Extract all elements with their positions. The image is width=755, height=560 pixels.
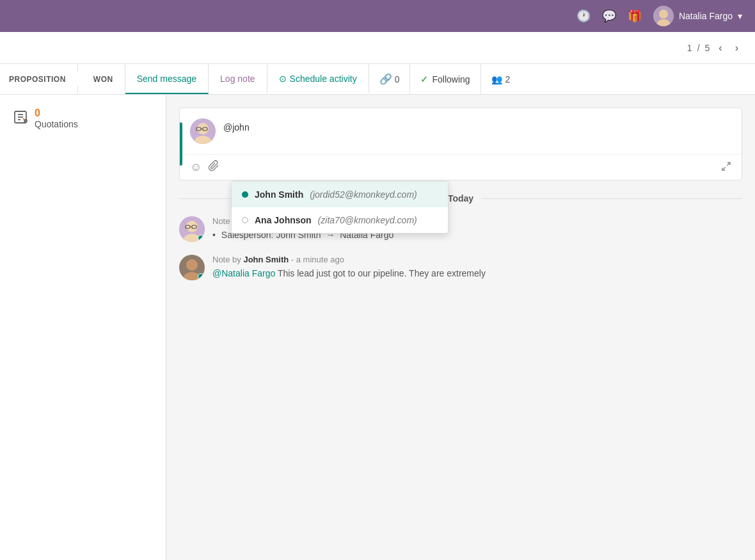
avatar	[653, 6, 674, 26]
bullet-icon: •	[212, 230, 216, 240]
composer-toolbar: ☺	[180, 154, 742, 180]
mention-name: John Smith	[255, 189, 303, 200]
online-indicator	[198, 273, 204, 280]
followers-icon: 👥	[491, 74, 502, 84]
svg-point-1	[659, 10, 668, 19]
emoji-button[interactable]: ☺	[190, 161, 202, 174]
stage-bar: PROPOSITION WON Send message Log note ⊙ …	[0, 64, 755, 95]
left-sidebar: 0 Quotations	[0, 95, 166, 560]
expand-button[interactable]	[721, 161, 731, 174]
message-avatar	[179, 255, 205, 280]
tab-schedule-activity[interactable]: ⊙ Schedule activity	[267, 64, 369, 94]
user-name: Natalia Fargo	[679, 11, 733, 21]
quotations-icon	[13, 109, 28, 128]
page-current: 1	[687, 43, 692, 53]
svg-point-7	[24, 120, 27, 122]
paperclip-icon: 🔗	[379, 73, 392, 85]
mention-name: Ana Johnson	[255, 215, 312, 225]
composer-accent-bar	[180, 122, 182, 165]
following-tab[interactable]: ✓ Following	[410, 64, 481, 94]
main-layout: 0 Quotations	[0, 95, 755, 560]
mention-item[interactable]: John Smith (jordid52@kmonkeyd.com)	[232, 182, 448, 207]
next-page-button[interactable]: ›	[731, 42, 742, 54]
dropdown-icon: ▾	[738, 11, 742, 21]
prev-page-button[interactable]: ‹	[715, 42, 726, 54]
composer-body	[223, 118, 731, 144]
message-item: Note by John Smith - a minute ago @Natal…	[179, 255, 742, 280]
topbar: 🕐 💬 🎁 Natalia Fargo ▾	[0, 0, 755, 32]
message-body: Note by John Smith - a minute ago @Natal…	[212, 255, 742, 280]
gift-icon[interactable]: 🎁	[628, 9, 642, 23]
message-author: John Smith	[243, 255, 289, 264]
mention-status-dot	[242, 191, 248, 198]
chat-icon[interactable]: 💬	[602, 9, 616, 23]
composer-avatar	[190, 118, 216, 144]
mention-email: (jordid52@kmonkeyd.com)	[310, 189, 417, 200]
separator-line-right	[481, 198, 742, 199]
secondary-bar: 1 / 5 ‹ ›	[0, 32, 755, 64]
following-label: Following	[432, 74, 470, 84]
composer-inner	[180, 108, 742, 154]
svg-line-15	[722, 167, 726, 170]
page-separator: /	[697, 43, 700, 53]
mention-status-dot	[242, 217, 248, 223]
user-menu[interactable]: Natalia Fargo ▾	[653, 6, 742, 26]
svg-line-14	[727, 163, 730, 166]
message-avatar	[179, 216, 205, 242]
today-label: Today	[448, 193, 473, 204]
page-total: 5	[705, 43, 710, 53]
mention-item[interactable]: Ana Johnson (zita70@kmonkeyd.com)	[232, 207, 448, 233]
attach-button[interactable]	[208, 160, 219, 175]
quotations-count: 0	[35, 108, 78, 119]
followers-tab[interactable]: 👥 2	[481, 64, 521, 94]
mention-dropdown: John Smith (jordid52@kmonkeyd.com) Ana J…	[231, 181, 449, 234]
online-indicator	[198, 235, 204, 241]
action-tabs: Send message Log note ⊙ Schedule activit…	[125, 64, 755, 94]
schedule-icon: ⊙	[279, 74, 287, 84]
following-check: ✓	[420, 74, 428, 84]
stage-won[interactable]: WON	[78, 64, 125, 94]
message-time: a minute ago	[296, 255, 344, 264]
message-input[interactable]	[223, 118, 731, 136]
message-content: @Natalia Fargo This lead just got to our…	[212, 267, 742, 280]
quotations-label: Quotations	[35, 119, 78, 129]
stage-proposition[interactable]: PROPOSITION	[0, 64, 78, 94]
tab-send-message[interactable]: Send message	[125, 64, 209, 94]
message-header: Note by John Smith - a minute ago	[212, 255, 742, 264]
mention-link: @Natalia Fargo	[212, 268, 275, 278]
quotations-box[interactable]: 0 Quotations	[13, 108, 153, 129]
pagination: 1 / 5 ‹ ›	[687, 42, 742, 54]
message-composer: ☺ J	[179, 108, 742, 180]
mention-email: (zita70@kmonkeyd.com)	[318, 215, 417, 225]
svg-point-23	[186, 259, 198, 271]
clock-icon[interactable]: 🕐	[576, 9, 591, 23]
tab-log-note[interactable]: Log note	[209, 64, 267, 94]
activities-count-tab[interactable]: 🔗 0	[369, 64, 411, 94]
followers-count: 2	[505, 74, 511, 84]
right-content: ☺ J	[166, 95, 755, 560]
